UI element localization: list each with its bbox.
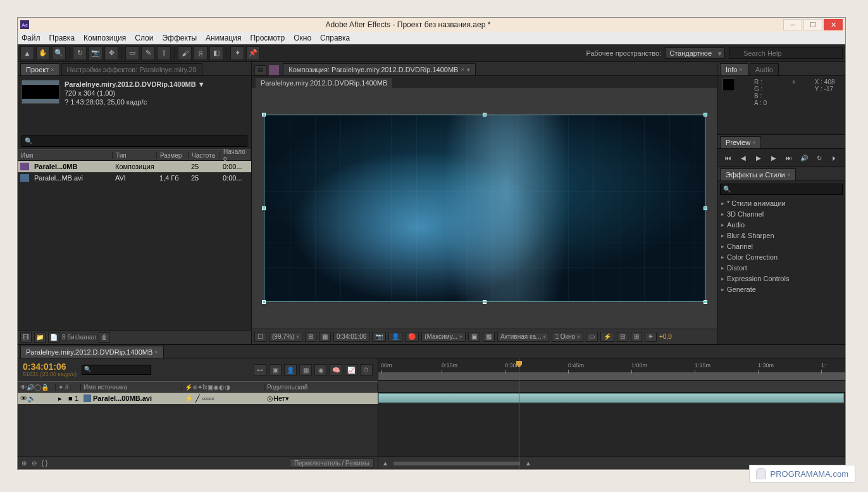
loop-button[interactable]: ↻ (814, 153, 825, 163)
resize-handle[interactable] (483, 300, 487, 304)
resolution-button[interactable]: ⊞ (305, 332, 316, 342)
prev-frame-button[interactable]: ◀ (738, 153, 749, 163)
project-search[interactable] (22, 136, 247, 147)
layer-tab[interactable]: Paralelnye.miry.2012.D.DVDRip.1400MB (256, 78, 392, 88)
timeline-tab[interactable]: Paralelnye.miry.2012.D.DVDRip.1400MB× (20, 346, 164, 358)
zoom-dropdown[interactable]: (99,7%) (269, 332, 302, 342)
minimize-button[interactable]: ─ (783, 19, 802, 30)
show-snapshot-button[interactable]: 👤 (388, 332, 402, 342)
channels-button[interactable]: 🔴 (405, 332, 419, 342)
auto-keyframe-button[interactable]: ⏱ (360, 364, 373, 375)
current-time[interactable]: 0:34:01:06 (23, 362, 77, 371)
draft-3d-button[interactable]: ▣ (269, 364, 282, 375)
effects-category[interactable]: Audio (717, 219, 845, 230)
toggle-switches-button[interactable]: ⊕ (22, 460, 27, 467)
comp-mini-flowchart[interactable]: ⊷ (254, 364, 266, 375)
maximize-button[interactable]: ☐ (803, 19, 822, 30)
info-tab[interactable]: Info× (720, 63, 748, 75)
effect-controls-tab[interactable]: Настройки эффектов: Paralelnye.miry.20 (61, 63, 202, 75)
menu-composition[interactable]: Композиция (84, 34, 126, 42)
roto-tool[interactable]: ✦ (230, 46, 244, 60)
project-tab[interactable]: Проект× (20, 63, 60, 75)
next-frame-button[interactable]: ▶ (768, 153, 779, 163)
composition-tab[interactable]: Композиция: Paralelnye.miry.2012.D.DVDRi… (283, 63, 475, 75)
menu-window[interactable]: Окно (294, 34, 311, 42)
text-tool[interactable]: T (157, 46, 171, 60)
zoom-tool[interactable]: 🔍 (52, 46, 66, 60)
fast-preview-button[interactable]: ⚡ (600, 332, 614, 342)
time-ruler[interactable]: 00m 0:15m 0:30m 0:45m 1:00m 1:15m 1:30m … (378, 358, 845, 381)
camera-dropdown[interactable]: Активная ка... (497, 332, 549, 342)
toggle-switches-button[interactable]: { } (42, 460, 47, 467)
snapshot-button[interactable]: 📷 (372, 332, 386, 342)
close-button[interactable]: ✕ (824, 19, 843, 30)
resolution-dropdown[interactable]: (Максиму... (421, 332, 466, 342)
video-clip[interactable] (378, 393, 844, 403)
graph-editor-button[interactable]: 📈 (345, 364, 357, 375)
preview-tab[interactable]: Preview× (720, 136, 761, 148)
timeline-layer[interactable]: 👁🔊 ▸ ■ 1 Paralel...00MB.avi ⚡ ╱ ▫▫▫▫▫ ◎ … (18, 393, 378, 404)
effects-category[interactable]: 3D Channel (717, 208, 845, 219)
toggle-switches-button[interactable]: ⊖ (32, 460, 37, 467)
toggle-alpha-button[interactable]: ☐ (254, 332, 266, 342)
resize-handle[interactable] (483, 113, 487, 117)
frame-blend-button[interactable]: ▦ (299, 364, 312, 375)
effects-category[interactable]: Expression Controls (717, 273, 845, 284)
roi-button[interactable]: ▣ (468, 332, 480, 342)
layer-track[interactable] (378, 393, 845, 404)
first-frame-button[interactable]: ⏮ (722, 153, 734, 163)
last-frame-button[interactable]: ⏭ (783, 153, 795, 163)
effects-category[interactable]: Color Correction (717, 251, 845, 262)
effects-search[interactable] (720, 184, 843, 195)
composition-viewer[interactable] (252, 88, 717, 329)
grid-button[interactable]: ▦ (319, 332, 331, 342)
titlebar[interactable]: Ae Adobe After Effects - Проект без назв… (18, 18, 845, 32)
workspace-dropdown[interactable]: Стандартное (665, 47, 725, 59)
shy-button[interactable]: 👤 (284, 364, 297, 375)
project-row[interactable]: Paralel...0MB Композиция 25 0:00... (18, 161, 251, 172)
audio-tab[interactable]: Audio (750, 63, 779, 75)
timecode-display[interactable]: 0:34:01:06 (333, 332, 369, 342)
new-comp-button[interactable]: 📄 (48, 332, 59, 343)
puppet-tool[interactable]: 📌 (246, 46, 260, 60)
motion-blur-button[interactable]: ◉ (314, 364, 327, 375)
brush-tool[interactable]: 🖌 (178, 46, 192, 60)
menu-help[interactable]: Справка (320, 34, 350, 42)
menu-view[interactable]: Просмотр (250, 34, 285, 42)
rotation-tool[interactable]: ↻ (73, 46, 87, 60)
effects-category[interactable]: Distort (717, 262, 845, 273)
new-folder-button[interactable]: 📁 (34, 332, 46, 343)
effects-category[interactable]: Blur & Sharpen (717, 230, 845, 241)
search-help-input[interactable] (729, 47, 843, 59)
menu-effects[interactable]: Эффекты (162, 34, 197, 42)
resize-handle[interactable] (704, 113, 707, 117)
play-button[interactable]: ▶ (753, 153, 764, 163)
pixel-aspect-button[interactable]: ▭ (586, 332, 598, 342)
mute-button[interactable]: 🔊 (798, 153, 810, 163)
timeline-button[interactable]: ⊟ (617, 332, 628, 342)
resize-handle[interactable] (262, 113, 266, 117)
flowchart-button[interactable]: ⊞ (631, 332, 642, 342)
effects-category[interactable]: Generate (717, 284, 845, 294)
resize-handle[interactable] (262, 300, 266, 304)
resize-handle[interactable] (262, 206, 266, 210)
eraser-tool[interactable]: ◧ (209, 46, 223, 60)
selection-tool[interactable]: ▲ (20, 46, 34, 60)
clone-tool[interactable]: ⎘ (194, 46, 208, 60)
menu-animation[interactable]: Анимация (206, 34, 241, 42)
bpc-label[interactable]: 8 бит/канал (62, 334, 96, 341)
camera-tool[interactable]: 📷 (89, 46, 102, 60)
menu-edit[interactable]: Правка (49, 34, 75, 42)
exposure-reset-button[interactable]: ☀ (645, 332, 657, 342)
close-icon[interactable]: × (51, 66, 54, 73)
ram-preview-button[interactable]: ⏵ (829, 153, 840, 163)
resize-handle[interactable] (704, 206, 707, 210)
effects-tab[interactable]: Эффекты и Стили× (720, 168, 796, 180)
pan-behind-tool[interactable]: ✥ (104, 46, 118, 60)
exposure-value[interactable]: +0,0 (659, 333, 672, 340)
playhead[interactable] (519, 358, 519, 469)
resize-handle[interactable] (704, 300, 707, 304)
transparency-button[interactable]: ▩ (483, 332, 495, 342)
menu-layers[interactable]: Слои (135, 34, 153, 42)
delete-button[interactable]: 🗑 (99, 332, 110, 343)
